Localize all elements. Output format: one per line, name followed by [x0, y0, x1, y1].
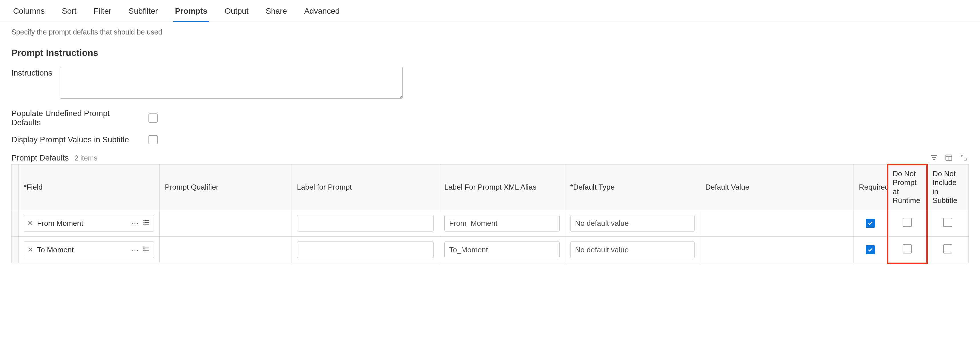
header-field[interactable]: *Field: [18, 165, 160, 210]
row-gutter[interactable]: [12, 237, 19, 263]
populate-defaults-label: Populate Undefined Prompt Defaults: [11, 109, 137, 127]
table-toolbar: [929, 153, 969, 163]
tab-advanced[interactable]: Advanced: [302, 0, 342, 22]
required-checkbox[interactable]: [866, 245, 875, 254]
header-no-subtitle[interactable]: Do Not Include in Subtitle: [927, 165, 968, 210]
populate-defaults-checkbox[interactable]: [148, 114, 158, 123]
row-gutter-header: [12, 165, 19, 210]
tab-filter[interactable]: Filter: [92, 0, 113, 22]
list-icon[interactable]: [143, 245, 151, 255]
required-checkbox[interactable]: [866, 219, 875, 228]
close-icon[interactable]: ✕: [27, 246, 33, 254]
label-for-prompt-input[interactable]: [297, 241, 434, 258]
qualifier-cell[interactable]: [160, 237, 291, 263]
tab-subfilter[interactable]: Subfilter: [127, 0, 160, 22]
list-icon[interactable]: [143, 219, 151, 228]
tab-share[interactable]: Share: [264, 0, 289, 22]
table-row: ✕ From Moment ···: [12, 210, 969, 237]
table-title: Prompt Defaults: [11, 153, 69, 162]
more-icon[interactable]: ···: [131, 219, 139, 228]
tab-sort[interactable]: Sort: [60, 0, 78, 22]
field-chip[interactable]: ✕ To Moment ···: [24, 241, 154, 258]
header-default-type[interactable]: *Default Type: [565, 165, 700, 210]
header-xml[interactable]: Label For Prompt XML Alias: [439, 165, 565, 210]
svg-point-10: [144, 222, 145, 222]
no-prompt-runtime-checkbox[interactable]: [903, 218, 912, 227]
filter-icon[interactable]: [929, 153, 939, 163]
header-label[interactable]: Label for Prompt: [291, 165, 439, 210]
header-no-prompt-runtime[interactable]: Do Not Prompt at Runtime: [888, 165, 928, 210]
svg-point-17: [144, 250, 145, 251]
table-container: *Field Prompt Qualifier Label for Prompt…: [11, 164, 969, 263]
header-default-value[interactable]: Default Value: [700, 165, 854, 210]
default-value-cell[interactable]: [700, 237, 854, 263]
table-row: ✕ To Moment ···: [12, 237, 969, 263]
instructions-label: Instructions: [11, 67, 60, 78]
display-subtitle-checkbox[interactable]: [148, 135, 158, 144]
tab-bar: Columns Sort Filter Subfilter Prompts Ou…: [0, 0, 980, 22]
xml-alias-input[interactable]: [444, 215, 560, 232]
header-qualifier[interactable]: Prompt Qualifier: [160, 165, 291, 210]
instructions-textarea[interactable]: [60, 67, 402, 99]
no-subtitle-checkbox[interactable]: [943, 218, 952, 227]
row-gutter[interactable]: [12, 210, 19, 237]
tab-columns[interactable]: Columns: [11, 0, 46, 22]
tab-prompts[interactable]: Prompts: [173, 0, 209, 22]
expand-icon[interactable]: [959, 153, 969, 163]
xml-alias-input[interactable]: [444, 241, 560, 258]
field-chip-label: To Moment: [37, 245, 127, 254]
qualifier-cell[interactable]: [160, 210, 291, 237]
default-type-input[interactable]: [570, 241, 695, 258]
label-for-prompt-input[interactable]: [297, 215, 434, 232]
default-type-input[interactable]: [570, 215, 695, 232]
field-chip-label: From Moment: [37, 219, 127, 228]
svg-point-15: [144, 247, 145, 247]
display-subtitle-label: Display Prompt Values in Subtitle: [11, 135, 137, 144]
svg-point-16: [144, 248, 145, 249]
section-title: Prompt Instructions: [11, 47, 969, 58]
default-value-cell[interactable]: [700, 210, 854, 237]
columns-icon[interactable]: [944, 153, 954, 163]
no-prompt-runtime-checkbox[interactable]: [903, 244, 912, 253]
table-count: 2 items: [75, 154, 98, 162]
helper-text: Specify the prompt defaults that should …: [11, 28, 969, 36]
no-subtitle-checkbox[interactable]: [943, 244, 952, 253]
tab-output[interactable]: Output: [223, 0, 250, 22]
more-icon[interactable]: ···: [131, 245, 139, 254]
svg-point-9: [144, 220, 145, 221]
svg-point-11: [144, 224, 145, 225]
header-required[interactable]: Required: [853, 165, 887, 210]
prompt-defaults-table: *Field Prompt Qualifier Label for Prompt…: [11, 164, 969, 263]
close-icon[interactable]: ✕: [27, 219, 33, 227]
field-chip[interactable]: ✕ From Moment ···: [24, 215, 154, 232]
